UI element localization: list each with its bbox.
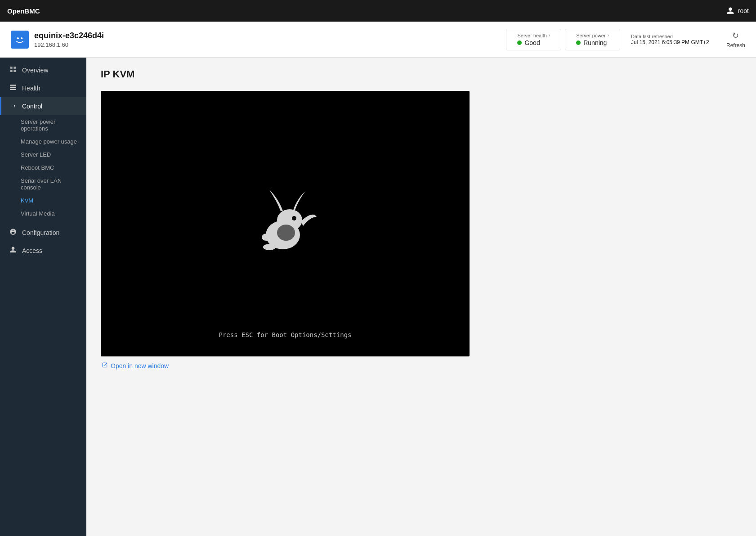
svg-rect-3: [10, 85, 16, 86]
power-status-dot: [576, 41, 581, 45]
topbar-username: root: [738, 7, 749, 14]
last-refreshed-block: Data last refreshed Jul 15, 2021 6:05:39…: [624, 30, 723, 49]
refresh-button[interactable]: ↻ Refresh: [726, 31, 745, 49]
power-value: Running: [576, 39, 607, 46]
power-label: Server power ›: [576, 33, 609, 38]
open-new-window-label: Open in new window: [111, 362, 169, 369]
sidebar-item-configuration-label: Configuration: [22, 229, 59, 236]
svg-point-2: [21, 37, 22, 39]
svg-point-9: [262, 234, 271, 241]
last-refreshed-label: Data last refreshed: [631, 34, 716, 39]
topbar-left: OpenBMC: [7, 7, 40, 15]
sidebar-sub-manage-power-usage[interactable]: Manage power usage: [0, 135, 86, 148]
svg-rect-4: [10, 87, 16, 88]
server-power-stat[interactable]: Server power › Running: [565, 29, 620, 50]
sidebar-item-access[interactable]: Access: [0, 242, 86, 260]
server-ip: 192.168.1.60: [34, 41, 506, 48]
server-health-stat[interactable]: Server health › Good: [506, 29, 561, 50]
svg-point-11: [277, 225, 295, 241]
health-icon: [9, 84, 18, 93]
health-chevron-icon: ›: [549, 33, 550, 38]
health-status-dot: [517, 41, 522, 45]
sidebar-sub-kvm[interactable]: KVM: [0, 194, 86, 207]
sidebar-item-health[interactable]: Health: [0, 79, 86, 97]
health-value: Good: [517, 39, 540, 46]
page-title: IP KVM: [101, 68, 742, 80]
server-info: equinix-e3c246d4i 192.168.1.60: [34, 31, 506, 48]
topbar: OpenBMC root: [0, 0, 756, 22]
server-stats: Server health › Good Server power › Runn…: [506, 29, 745, 50]
configuration-icon: [9, 228, 18, 237]
sidebar-item-control[interactable]: Control: [0, 97, 86, 115]
sidebar-item-control-label: Control: [22, 103, 42, 110]
kvm-display: Press ESC for Boot Options/Settings: [101, 91, 470, 356]
svg-rect-5: [10, 89, 16, 90]
main-content: IP KVM: [86, 58, 756, 536]
kvm-logo-image: [245, 188, 326, 260]
sidebar-item-configuration[interactable]: Configuration: [0, 224, 86, 242]
svg-point-1: [17, 37, 19, 39]
overview-icon: [9, 66, 18, 75]
sidebar-sub-server-power-ops[interactable]: Server power operations: [0, 115, 86, 135]
server-header: equinix-e3c246d4i 192.168.1.60 Server he…: [0, 22, 756, 58]
power-chevron-icon: ›: [608, 33, 609, 38]
main-layout: Overview Health Control Server power ope…: [0, 58, 756, 536]
topbar-app-name: OpenBMC: [7, 7, 40, 15]
svg-point-6: [14, 105, 15, 107]
sidebar: Overview Health Control Server power ope…: [0, 58, 86, 536]
access-icon: [9, 246, 18, 255]
svg-point-12: [292, 216, 296, 221]
control-icon: [9, 102, 18, 111]
health-label: Server health ›: [517, 33, 550, 38]
sidebar-item-access-label: Access: [22, 247, 42, 254]
open-new-window-link[interactable]: Open in new window: [102, 362, 742, 369]
sidebar-sub-server-led[interactable]: Server LED: [0, 148, 86, 161]
sidebar-sub-reboot-bmc[interactable]: Reboot BMC: [0, 161, 86, 174]
refresh-icon: ↻: [732, 31, 739, 41]
server-logo: [11, 31, 29, 49]
last-refreshed-time: Jul 15, 2021 6:05:39 PM GMT+2: [631, 39, 716, 45]
open-new-window-icon: [102, 362, 108, 369]
svg-point-10: [263, 244, 276, 250]
server-name: equinix-e3c246d4i: [34, 31, 506, 41]
sidebar-sub-serial-over-lan[interactable]: Serial over LAN console: [0, 174, 86, 194]
kvm-boot-text: Press ESC for Boot Options/Settings: [219, 331, 351, 338]
sidebar-sub-virtual-media[interactable]: Virtual Media: [0, 207, 86, 220]
user-icon: [726, 7, 734, 15]
topbar-right: root: [726, 7, 749, 15]
sidebar-item-health-label: Health: [22, 85, 40, 92]
svg-point-0: [14, 34, 25, 45]
sidebar-item-overview[interactable]: Overview: [0, 61, 86, 79]
sidebar-item-overview-label: Overview: [22, 67, 48, 74]
